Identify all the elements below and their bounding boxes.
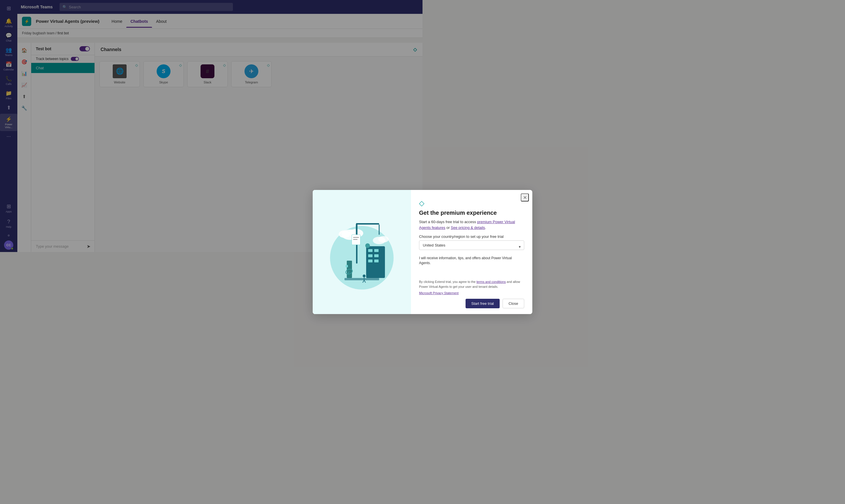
modal-content: ✕ ◇ Get the premium experience Start a 6… — [411, 190, 422, 252]
modal-overlay: ✕ ◇ Get the premium experience Start a 6… — [0, 0, 422, 252]
premium-modal: ✕ ◇ Get the premium experience Start a 6… — [313, 190, 422, 252]
diamond-icon: ◇ — [419, 199, 422, 207]
modal-illustration-area — [313, 190, 411, 252]
svg-rect-7 — [356, 223, 379, 224]
modal-illustration — [321, 209, 402, 252]
country-select[interactable]: United States United Kingdom Canada Aust… — [419, 240, 422, 250]
svg-rect-10 — [368, 249, 373, 252]
svg-rect-19 — [353, 239, 358, 240]
country-label: Choose your country/region to set up you… — [419, 234, 422, 239]
svg-rect-11 — [374, 249, 379, 252]
svg-point-3 — [339, 230, 350, 238]
svg-point-16 — [365, 244, 370, 248]
modal-description: Start a 60-days free trial to access pre… — [419, 219, 422, 230]
svg-rect-18 — [353, 237, 359, 238]
modal-title: Get the premium experience — [419, 210, 422, 216]
svg-point-5 — [378, 236, 389, 242]
country-select-wrapper: United States United Kingdom Canada Aust… — [419, 240, 422, 252]
